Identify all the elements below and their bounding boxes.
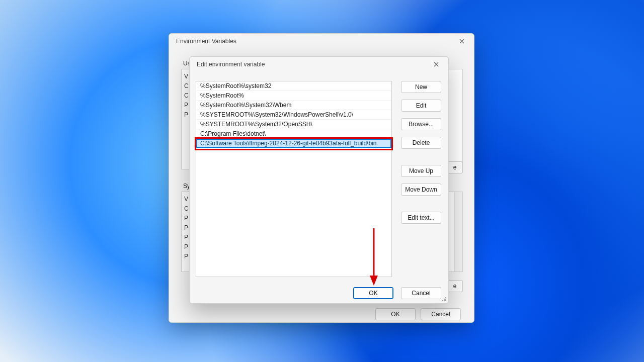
edit-ok-button[interactable]: OK — [353, 287, 393, 299]
edit-close-button[interactable] — [427, 58, 445, 70]
path-row[interactable]: %SystemRoot%\System32\Wbem — [196, 101, 391, 110]
new-button[interactable]: New — [401, 81, 441, 93]
env-ok-button[interactable]: OK — [375, 308, 416, 320]
user-vars-fragment-col: V C C P P — [184, 72, 189, 120]
path-row-selected[interactable] — [196, 139, 391, 148]
edit-title: Edit environment variable — [197, 61, 265, 68]
svg-rect-2 — [445, 299, 446, 300]
path-row[interactable]: %SystemRoot%\system32 — [196, 81, 391, 91]
delete-button[interactable]: Delete — [401, 137, 441, 149]
sys-vars-fragment-col: V C P P P P P — [184, 195, 189, 261]
edit-cancel-button[interactable]: Cancel — [401, 287, 441, 299]
path-listbox[interactable]: %SystemRoot%\system32 %SystemRoot% %Syst… — [196, 81, 392, 277]
svg-rect-1 — [444, 299, 445, 300]
svg-rect-0 — [445, 297, 446, 298]
svg-rect-3 — [442, 300, 443, 301]
close-icon — [459, 39, 464, 44]
path-edit-input[interactable] — [196, 139, 391, 148]
sys-vars-scrollbar[interactable] — [454, 192, 462, 272]
env-cancel-button[interactable]: Cancel — [421, 308, 461, 320]
env-title: Environment Variables — [176, 38, 236, 45]
path-row[interactable]: %SYSTEMROOT%\System32\WindowsPowerShell\… — [196, 110, 391, 120]
edit-titlebar: Edit environment variable — [190, 57, 448, 72]
sys-vars-button-fragment[interactable]: e — [447, 280, 463, 292]
edit-button[interactable]: Edit — [401, 100, 441, 112]
close-icon — [434, 62, 439, 67]
resize-grip[interactable] — [441, 296, 447, 302]
move-down-button[interactable]: Move Down — [401, 184, 441, 196]
svg-rect-4 — [444, 300, 445, 301]
edit-text-button[interactable]: Edit text... — [401, 212, 441, 224]
env-titlebar: Environment Variables — [169, 34, 474, 49]
env-close-button[interactable] — [453, 35, 471, 47]
svg-rect-5 — [445, 300, 446, 301]
path-row[interactable]: %SYSTEMROOT%\System32\OpenSSH\ — [196, 120, 391, 129]
browse-button[interactable]: Browse... — [401, 118, 441, 130]
path-row[interactable]: %SystemRoot% — [196, 91, 391, 101]
move-up-button[interactable]: Move Up — [401, 165, 441, 177]
edit-env-var-dialog: Edit environment variable %SystemRoot%\s… — [189, 56, 449, 304]
path-row[interactable]: C:\Program Files\dotnet\ — [196, 129, 391, 139]
user-vars-button-fragment[interactable]: e — [447, 161, 463, 173]
